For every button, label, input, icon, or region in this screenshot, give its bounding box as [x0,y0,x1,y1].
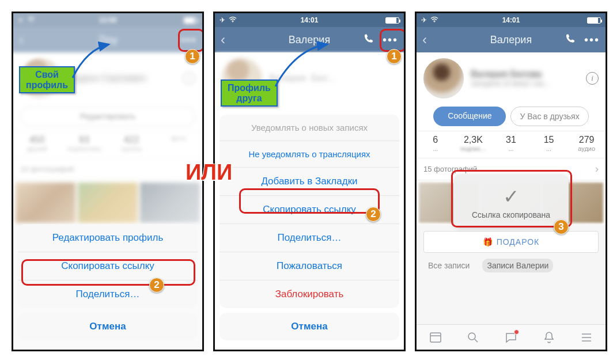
annotation-step-2: 2 [149,278,164,293]
toast-message: Ссылка скопирована [459,210,563,219]
annotation-arrow [70,43,122,86]
statusbar: ✈︎ 14:01 [417,13,606,27]
action-sheet: Уведомлять о новых записях Не уведомлять… [220,115,399,345]
stat-item[interactable]: 279аудио [569,135,604,152]
svg-rect-3 [430,333,441,342]
screenshot-friend-profile: ✈︎ 14:01 ‹ Валерия ••• Валерия Бел... Ув… [213,12,406,351]
sheet-cancel[interactable]: Отмена [220,313,399,340]
annotation-step-1: 1 [387,49,402,64]
checkmark-icon: ✓ [459,185,563,208]
nav-header: ‹ Валерия ••• [417,27,606,52]
status-time: 14:01 [502,16,520,24]
profile-actions: Сообщение У Вас в друзьях [417,102,606,131]
stat-item[interactable]: 31... [493,135,529,152]
annotation-or-text: ИЛИ [186,160,232,185]
sheet-block[interactable]: Заблокировать [220,280,399,308]
badge-dot [514,329,519,335]
sheet-share[interactable]: Поделиться… [18,280,198,308]
nav-title: Валерия [490,34,532,46]
tab-search[interactable] [466,331,480,344]
sheet-edit-profile[interactable]: Редактировать профиль [18,224,198,252]
annotation-step-1: 1 [185,49,200,64]
screenshot-own-profile: ✈︎ 13:59 ‹ Zloy ••• Родион Сергеевич i Р… [12,12,204,351]
call-button[interactable] [363,33,374,47]
sheet-no-notify-stream[interactable]: Не уведомлять о трансляциях [220,141,399,167]
chevron-right-icon: › [595,163,599,175]
profile-header: Валерия Белова заходила 10 минут наз… i [417,52,606,102]
wall-tabs: Все записи Записи Валерии [417,253,606,272]
sheet-copy-link[interactable]: Скопировать ссылку [18,252,198,280]
back-button[interactable]: ‹ [221,32,225,48]
wifi-icon [229,16,237,24]
annotation-step-2: 2 [366,207,381,222]
battery-icon [385,17,399,24]
message-button[interactable]: Сообщение [433,107,506,126]
tab-all-posts[interactable]: Все записи [423,259,474,272]
airplane-icon: ✈︎ [421,16,427,24]
call-button[interactable] [565,33,576,47]
svg-line-6 [475,339,478,342]
photos-count: 15 фотографий [423,165,477,173]
avatar[interactable] [423,58,464,98]
sheet-add-bookmark[interactable]: Добавить в Закладки [220,167,399,195]
more-button[interactable]: ••• [383,33,398,47]
tab-menu[interactable] [580,331,593,344]
annotation-label-own-profile: Свой профиль [19,66,75,93]
back-button[interactable]: ‹ [422,32,427,48]
annotation-label-friend-profile: Профиль друга [221,79,278,107]
statusbar: ✈︎ 14:01 [215,13,404,27]
info-button[interactable]: i [586,72,599,85]
stat-item[interactable]: 6... [418,135,453,152]
action-sheet: Редактировать профиль Скопировать ссылку… [18,224,198,345]
tab-messages[interactable] [504,331,518,344]
friend-status-button[interactable]: У Вас в друзьях [510,107,588,126]
tab-user-posts[interactable]: Записи Валерии [482,259,553,272]
profile-last-seen: заходила 10 минут наз… [471,79,551,88]
profile-name: Валерия Белова [471,69,551,79]
gift-button[interactable]: 🎁ПОДАРОК [423,231,599,253]
stat-item[interactable]: 2,3Kподпис... [455,135,491,152]
sheet-share[interactable]: Поделиться… [220,223,399,252]
gift-icon: 🎁 [483,237,493,247]
more-button[interactable]: ••• [584,33,600,47]
sheet-notify-posts[interactable]: Уведомлять о новых записях [220,115,399,141]
toast-link-copied: ✓ Ссылка скопирована [453,175,569,227]
annotation-arrow [273,43,336,92]
sheet-report[interactable]: Пожаловаться [220,252,399,280]
sheet-cancel[interactable]: Отмена [18,313,198,340]
svg-point-5 [468,333,475,340]
bottom-tab-bar [417,324,606,350]
tab-notifications[interactable] [542,331,556,344]
tab-news[interactable] [429,331,442,344]
annotation-step-3: 3 [554,219,569,234]
screenshot-link-copied: ✈︎ 14:01 ‹ Валерия ••• Валерия Белова за… [415,12,607,351]
stat-item[interactable]: 15... [531,135,567,152]
battery-icon [587,17,601,24]
status-time: 14:01 [301,16,319,24]
stats-row: 6... 2,3Kподпис... 31... 15... 279аудио [417,131,606,158]
svg-point-2 [434,21,435,22]
svg-point-1 [232,21,233,22]
wifi-icon [430,16,438,24]
airplane-icon: ✈︎ [220,16,225,24]
